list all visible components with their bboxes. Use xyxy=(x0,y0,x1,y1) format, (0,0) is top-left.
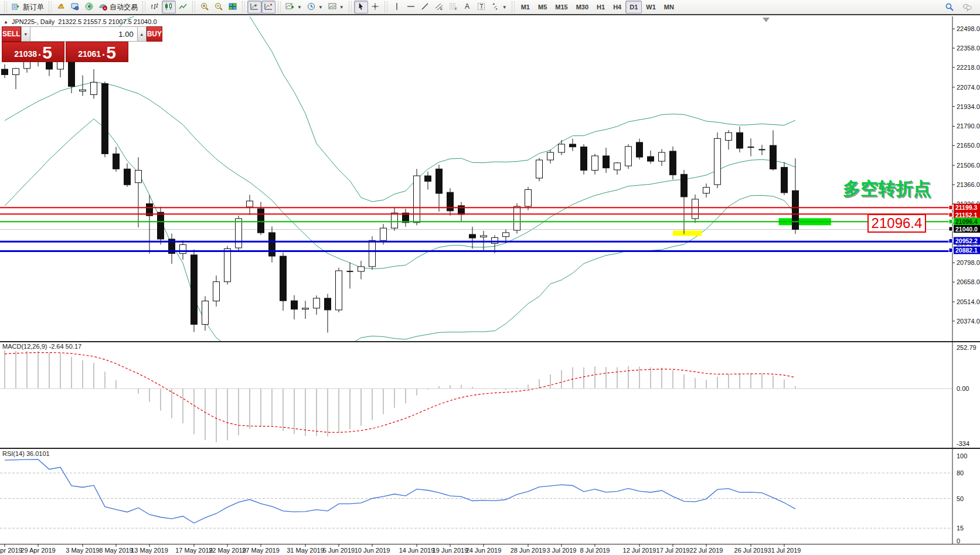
date-label: 17 Jul 2019 xyxy=(656,547,690,554)
svg-text:21096.4: 21096.4 xyxy=(955,218,978,225)
buy-price-dot: . xyxy=(102,46,105,60)
bollinger-lower-band xyxy=(5,119,795,356)
date-label: 19 Jun 2019 xyxy=(433,547,468,554)
svg-text:21934.0: 21934.0 xyxy=(957,103,980,110)
svg-text:80: 80 xyxy=(957,469,964,476)
price-axis[interactable]: 22498.022358.022218.022074.021934.021790… xyxy=(949,25,980,325)
buy-price[interactable]: 21061.5 xyxy=(66,42,128,62)
svg-text:0: 0 xyxy=(957,537,960,544)
time-axis[interactable]: 24 Apr 201929 Apr 20193 May 20198 May 20… xyxy=(0,544,801,554)
svg-text:50: 50 xyxy=(957,495,964,502)
rsi-pane[interactable] xyxy=(0,459,952,528)
svg-text:252.79: 252.79 xyxy=(957,344,976,351)
volume-decrease-button[interactable]: ▼ xyxy=(21,26,30,42)
svg-text:20374.0: 20374.0 xyxy=(957,318,980,325)
svg-text:21790.0: 21790.0 xyxy=(957,122,980,130)
date-label: 8 May 2019 xyxy=(99,547,132,554)
date-label: 3 Jul 2019 xyxy=(547,547,577,554)
svg-text:22074.0: 22074.0 xyxy=(957,84,980,91)
rsi-line xyxy=(5,459,795,523)
date-label: 22 Jul 2019 xyxy=(690,547,723,554)
date-label: 14 Jun 2019 xyxy=(399,547,435,554)
yellow-highlight-bar[interactable] xyxy=(673,230,702,236)
pane-separator[interactable] xyxy=(0,341,980,342)
date-label: 5 Jun 2019 xyxy=(323,547,355,554)
svg-text:100: 100 xyxy=(957,452,967,459)
sell-price-fraction: 5 xyxy=(42,45,52,60)
svg-text:21650.0: 21650.0 xyxy=(957,142,980,149)
date-label: 17 May 2019 xyxy=(175,547,213,554)
date-label: 28 Jun 2019 xyxy=(511,547,546,554)
buy-button[interactable]: BUY xyxy=(147,26,162,42)
collapse-panel-icon[interactable]: ▲ xyxy=(4,19,8,25)
svg-text:21366.0: 21366.0 xyxy=(957,181,980,188)
sell-price-main: 21038 xyxy=(14,49,37,60)
svg-text:0.00: 0.00 xyxy=(957,385,969,392)
macd-label: MACD(12,26,9) -2.64 50.17 xyxy=(2,343,81,350)
date-label: 12 Jul 2019 xyxy=(623,547,656,554)
one-click-trading-panel: SELL ▼ ▲ BUY 21038.5 21061.5 xyxy=(2,26,128,62)
svg-text:-334: -334 xyxy=(957,440,969,447)
date-label: 24 Apr 2019 xyxy=(0,547,22,554)
date-label: 31 May 2019 xyxy=(287,547,324,554)
svg-text:20952.2: 20952.2 xyxy=(955,237,978,244)
svg-text:20514.0: 20514.0 xyxy=(957,298,980,305)
svg-text:22498.0: 22498.0 xyxy=(957,25,980,32)
svg-text:21506.0: 21506.0 xyxy=(957,162,980,169)
svg-text:20798.0: 20798.0 xyxy=(957,259,980,266)
date-label: 24 Jun 2019 xyxy=(466,547,502,554)
svg-text:21040.0: 21040.0 xyxy=(955,226,978,233)
volume-input[interactable] xyxy=(30,26,137,42)
turning-point-label: 多空转折点 xyxy=(843,179,931,198)
time-axis-line xyxy=(0,544,980,544)
price-annotation-text: 21096.4 xyxy=(872,215,923,231)
date-label: 26 Jul 2019 xyxy=(734,547,768,554)
chart-title-bar: ▲ JPN225-, Daily 21322.5 21557.5 21007.5… xyxy=(4,18,157,25)
price-pane[interactable]: 多空转折点多空转折点21096.4 xyxy=(0,0,952,356)
buy-price-main: 21061 xyxy=(78,49,101,60)
macd-pane[interactable] xyxy=(0,350,952,442)
svg-text:22218.0: 22218.0 xyxy=(957,64,980,71)
date-label: 3 May 2019 xyxy=(66,547,99,554)
svg-text:20882.1: 20882.1 xyxy=(955,247,978,254)
date-label: 29 Apr 2019 xyxy=(21,547,55,554)
volume-increase-button[interactable]: ▲ xyxy=(137,26,147,42)
svg-text:21152.1: 21152.1 xyxy=(955,212,978,219)
macd-signal-line xyxy=(5,353,795,433)
date-label: 10 Jun 2019 xyxy=(355,547,390,554)
pane-separator[interactable] xyxy=(0,448,980,449)
chart-shift-marker[interactable] xyxy=(763,18,770,22)
symbol-ohlc: 21322.5 21557.5 21007.5 21040.0 xyxy=(58,18,156,25)
svg-text:22358.0: 22358.0 xyxy=(957,45,980,52)
date-label: 22 May 2019 xyxy=(209,547,246,554)
sell-price[interactable]: 21038.5 xyxy=(2,42,64,62)
date-label: 31 Jul 2019 xyxy=(768,547,801,554)
svg-text:20658.0: 20658.0 xyxy=(957,278,980,285)
buy-price-fraction: 5 xyxy=(106,45,116,60)
date-label: 8 Jul 2019 xyxy=(580,547,610,554)
date-label: 27 May 2019 xyxy=(242,547,280,554)
svg-text:21199.3: 21199.3 xyxy=(955,204,978,211)
rsi-label: RSI(14) 36.0101 xyxy=(2,450,50,457)
sell-price-dot: . xyxy=(38,46,41,60)
svg-text:15: 15 xyxy=(957,525,964,532)
candlesticks xyxy=(2,49,799,333)
chart-area[interactable]: 多空转折点多空转折点21096.4MACD(12,26,9) -2.64 50.… xyxy=(0,0,980,555)
sell-button[interactable]: SELL xyxy=(2,26,21,42)
symbol-title: JPN225-, Daily xyxy=(12,18,55,25)
date-label: 13 May 2019 xyxy=(131,547,168,554)
